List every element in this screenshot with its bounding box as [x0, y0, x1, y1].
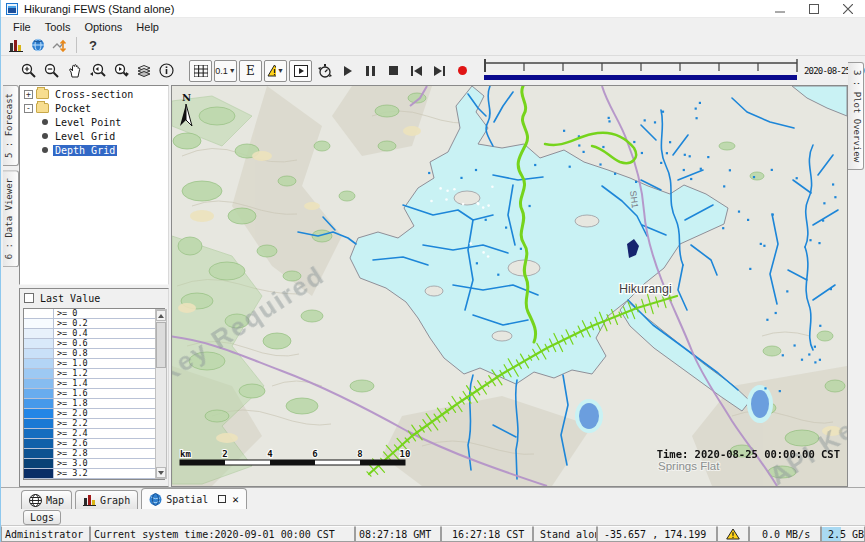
legend-row[interactable]: >= 3.2: [24, 469, 164, 479]
legend-row[interactable]: >= 0: [24, 309, 164, 319]
skip-to-start-icon[interactable]: [405, 60, 428, 82]
map-canvas[interactable]: SH1 Hikurangi Springs Flat API Key Requi…: [171, 85, 848, 487]
minimize-icon[interactable]: [763, 0, 797, 18]
status-memory: 2.5 GB: [821, 526, 865, 542]
legend-row[interactable]: >= 0.8: [24, 349, 164, 359]
pause-icon[interactable]: [359, 60, 382, 82]
bullet-icon: [42, 119, 48, 125]
legend-swatch: [24, 419, 54, 428]
legend-row-label: >= 0: [54, 309, 77, 318]
legend-row-label: >= 1.8: [54, 399, 88, 408]
last-value-checkbox[interactable]: [24, 293, 34, 303]
legend-row[interactable]: >= 0.6: [24, 339, 164, 349]
tab-data-viewer[interactable]: 6 : Data Viewer: [3, 170, 19, 267]
grid-display-toggle[interactable]: [189, 60, 212, 82]
tab-forecast[interactable]: 5 : Forecast: [3, 85, 19, 166]
tree-item-level-point[interactable]: Level Point: [20, 116, 168, 128]
tree-item-pocket[interactable]: - Pocket: [20, 102, 168, 114]
animation-settings-icon[interactable]: [313, 60, 336, 82]
menu-file[interactable]: File: [6, 20, 38, 34]
legend-row[interactable]: >= 0.2: [24, 319, 164, 329]
tab-plot-overview[interactable]: 3 : Plot Overview: [848, 62, 864, 170]
legend-row[interactable]: >= 1.4: [24, 379, 164, 389]
zoom-in-icon[interactable]: [17, 60, 40, 82]
tree-item-cross-section[interactable]: + Cross-section: [20, 88, 168, 100]
menu-options[interactable]: Options: [77, 20, 129, 34]
legend-row[interactable]: >= 1.2: [24, 369, 164, 379]
record-icon[interactable]: [451, 60, 474, 82]
legend-row[interactable]: >= 0.4: [24, 329, 164, 339]
zoom-out-icon[interactable]: [40, 60, 63, 82]
legend-row[interactable]: >= 1.0: [24, 359, 164, 369]
logs-button[interactable]: Logs: [23, 510, 61, 525]
legend-row-label: >= 1.4: [54, 379, 88, 388]
layers-icon[interactable]: [132, 60, 155, 82]
chevron-down-icon: ▼: [277, 67, 284, 74]
legend-swatch: [24, 339, 54, 348]
svg-text:4: 4: [267, 449, 273, 459]
time-span-bar: [484, 75, 797, 80]
tab-maximize-icon[interactable]: [218, 495, 226, 503]
legend-row[interactable]: >= 2.0: [24, 409, 164, 419]
tree-item-depth-grid[interactable]: Depth Grid: [20, 144, 168, 156]
maximize-icon[interactable]: [797, 0, 831, 18]
status-local-time: 16:27:18 CST: [441, 526, 533, 542]
legend-row[interactable]: >= 2.8: [24, 449, 164, 459]
locality-label: Springs Flat: [658, 460, 720, 472]
status-download-speed: 0.0 MB/s: [749, 526, 821, 542]
play-icon[interactable]: [336, 60, 359, 82]
animation-panel-button[interactable]: [289, 60, 312, 82]
legend-swatch: [24, 379, 54, 388]
scrollbar-thumb[interactable]: [156, 322, 166, 368]
time-slider[interactable]: [482, 59, 800, 83]
label-toggle-glyph: E: [246, 64, 255, 78]
legend-row-label: >= 2.6: [54, 439, 88, 448]
stop-icon[interactable]: [382, 60, 405, 82]
help-icon[interactable]: ?: [82, 36, 104, 55]
legend-row[interactable]: >= 3.0: [24, 459, 164, 469]
pan-hand-icon[interactable]: [63, 60, 86, 82]
legend-row[interactable]: >= 1.6: [24, 389, 164, 399]
legend-swatch: [24, 459, 54, 468]
legend-swatch: [24, 319, 54, 328]
legend-row[interactable]: >= 2.2: [24, 419, 164, 429]
zoom-previous-icon[interactable]: [86, 60, 109, 82]
legend-scrollbar[interactable]: [155, 309, 167, 479]
tree-item-label: Cross-section: [53, 89, 135, 100]
scroll-down-icon[interactable]: [156, 467, 166, 478]
collapse-icon[interactable]: -: [24, 104, 33, 113]
menu-help[interactable]: Help: [129, 20, 166, 34]
chevron-down-icon: ▼: [229, 67, 236, 74]
legend-row-label: >= 0.4: [54, 329, 88, 338]
menu-tools[interactable]: Tools: [38, 20, 78, 34]
thresholds-dropdown[interactable]: ▼: [264, 60, 287, 82]
tab-close-icon[interactable]: ✕: [232, 493, 239, 506]
tab-map[interactable]: Map: [21, 490, 72, 509]
globe-icon[interactable]: [27, 36, 49, 55]
timeseries-edit-icon[interactable]: [49, 36, 71, 55]
info-icon[interactable]: [155, 60, 178, 82]
folder-icon: [36, 89, 49, 99]
database-chart-icon[interactable]: [5, 36, 27, 55]
contour-value-dropdown[interactable]: 0.1 ▼: [214, 60, 237, 82]
main-toolbar: ?: [1, 35, 865, 56]
tab-graph[interactable]: Graph: [75, 490, 138, 509]
status-warning-icon[interactable]: [717, 526, 749, 542]
skip-to-end-icon[interactable]: [428, 60, 451, 82]
app-logo-icon: [6, 3, 18, 15]
expand-icon[interactable]: +: [24, 90, 33, 99]
legend-row[interactable]: >= 2.6: [24, 439, 164, 449]
close-icon[interactable]: [831, 0, 865, 18]
legend-row[interactable]: >= 1.8: [24, 399, 164, 409]
label-toggle[interactable]: E: [239, 60, 262, 82]
status-mode: Stand alone: [533, 526, 597, 542]
tab-spatial[interactable]: Spatial ✕: [141, 488, 247, 509]
title-bar: Hikurangi FEWS (Stand alone): [1, 0, 865, 18]
logs-row: Logs: [1, 509, 865, 525]
zoom-next-icon[interactable]: [109, 60, 132, 82]
tree-item-level-grid[interactable]: Level Grid: [20, 130, 168, 142]
legend-row[interactable]: >= 2.4: [24, 429, 164, 439]
legend-swatch: [24, 429, 54, 438]
legend-row-label: >= 3.0: [54, 459, 88, 468]
scroll-up-icon[interactable]: [156, 310, 166, 321]
